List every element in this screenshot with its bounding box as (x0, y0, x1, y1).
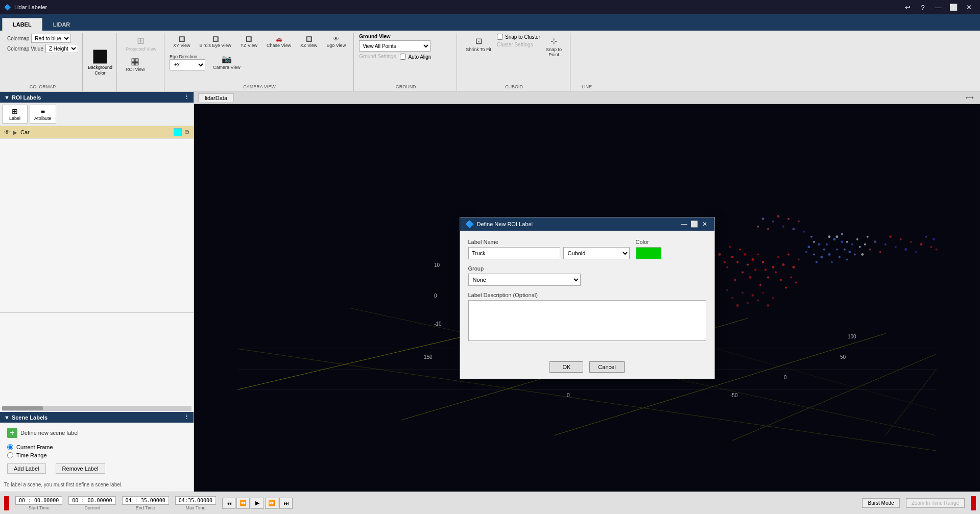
current-time-label: Current (84, 505, 100, 510)
timeline-thumb-left[interactable] (4, 496, 9, 510)
ego-view-btn[interactable]: 👁 Ego View (323, 34, 349, 51)
label-tool-btn[interactable]: ⊞ Label (2, 105, 28, 124)
view-all-select[interactable]: View All Points View Ground Only View No… (359, 40, 431, 52)
cancel-button[interactable]: Cancel (589, 361, 624, 373)
undo-button[interactable]: ↩ (900, 2, 915, 13)
tab-label[interactable]: LABEL (2, 18, 42, 31)
visibility-icon[interactable]: 👁 (4, 129, 10, 136)
projected-view-btn: ⊞ Projected View (122, 34, 160, 54)
maximize-button[interactable]: ⬜ (946, 2, 961, 13)
yz-view-btn[interactable]: 🔲 YZ View (237, 34, 261, 51)
toolbar-group-colormap: Colormap Red to blue Jet Gray Colormap V… (3, 33, 83, 91)
toolbar-group-ground: Ground View View All Points View Ground … (355, 33, 457, 91)
roi-labels-header: ▼ ROI Labels ⋮ (0, 92, 194, 103)
ground-settings-label: Ground Settings (359, 54, 396, 60)
roi-item-color-swatch[interactable] (174, 128, 182, 136)
ok-button[interactable]: OK (549, 361, 583, 373)
attribute-tool-icon: ≡ (41, 107, 45, 115)
add-label-btn[interactable]: Add Label (7, 463, 46, 474)
canvas-tab-lidar[interactable]: lidarData (198, 93, 234, 102)
xy-view-btn[interactable]: 🔲 XY View (170, 34, 194, 51)
projected-view-icon: ⊞ (137, 36, 145, 45)
transport-btn-last[interactable]: ⏭ (279, 498, 293, 509)
modal-minimize-btn[interactable]: — (680, 220, 689, 228)
ground-options-row: Ground Settings Auto Align (359, 54, 431, 60)
transport-btn-prev[interactable]: ⏪ (236, 498, 250, 509)
time-range-radio[interactable] (7, 452, 13, 458)
chase-view-btn[interactable]: 🚗 Chase View (263, 34, 295, 51)
birds-eye-icon: 🔲 (212, 36, 219, 42)
colormap-value-select[interactable]: Z Height Intensity Range (45, 44, 78, 53)
roi-view-btn[interactable]: ▦ ROI View (122, 54, 149, 75)
roi-empty-area (0, 313, 194, 405)
line-group-label: LINE (571, 84, 602, 89)
close-button[interactable]: ✕ (962, 2, 976, 13)
attribute-tool-btn[interactable]: ≡ Attribute (30, 105, 56, 124)
desc-label: Label Description (Optional) (468, 292, 706, 298)
snap-cluster-input[interactable] (497, 34, 503, 40)
modal-maximize-btn[interactable]: ⬜ (690, 220, 699, 228)
color-button[interactable] (636, 247, 661, 259)
roi-item-car[interactable]: 👁 ▶ Car ⧉ (0, 126, 194, 139)
shrink-icon: ⊡ (475, 36, 482, 46)
ego-direction-select[interactable]: +x-x+y-y (170, 59, 205, 70)
roi-header-menu[interactable]: ⋮ (184, 94, 189, 101)
current-frame-radio[interactable] (7, 444, 13, 450)
label-tool-icon: ⊞ (12, 107, 18, 115)
snap-to-point-btn[interactable]: ⊹ Snap toPoint (542, 34, 565, 60)
sidebar-info: To label a scene, you must first define … (0, 478, 194, 492)
background-color-swatch[interactable] (93, 50, 107, 64)
current-frame-label: Current Frame (16, 444, 53, 450)
colormap-select[interactable]: Red to blue Jet Gray (31, 34, 71, 43)
app-icon: 🔷 (4, 4, 11, 11)
snap-cluster-checkbox[interactable]: Snap to Cluster (497, 34, 540, 40)
label-type-select[interactable]: Cuboid Polyline Pixel Label (563, 247, 630, 259)
remove-label-btn[interactable]: Remove Label (56, 463, 105, 474)
horizontal-scrollbar[interactable] (2, 406, 192, 411)
modal-close-btn[interactable]: ✕ (700, 220, 709, 228)
help-button[interactable]: ? (916, 2, 930, 13)
info-text: To label a scene, you must first define … (4, 482, 123, 487)
label-name-field: Label Name Cuboid Polyline Pixel Label (468, 239, 630, 259)
roi-expand-icon: ▼ (4, 94, 10, 101)
max-time-label: Max Time (185, 505, 205, 510)
add-scene-label-btn[interactable]: + Define new scene label (3, 426, 190, 440)
modal-overlay: 🔷 Define New ROI Label — ⬜ ✕ (194, 104, 980, 492)
minimize-button[interactable]: — (931, 2, 945, 13)
shrink-to-fit-btn[interactable]: ⊡ Shrink To Fit (462, 34, 495, 55)
lidar-canvas[interactable]: 10 0 -10 150 50 0 -50 100 50 0 🔷 Define … (194, 104, 980, 492)
zoom-time-range-btn[interactable]: Zoom In Time Range (906, 498, 965, 508)
cluster-settings-label: Cluster Settings (497, 42, 540, 47)
burst-mode-btn[interactable]: Burst Mode (862, 498, 899, 508)
label-name-input[interactable] (468, 247, 560, 259)
auto-align-checkbox[interactable]: Auto Align (400, 54, 431, 60)
snap-point-icon: ⊹ (551, 36, 557, 46)
transport-btn-next[interactable]: ⏩ (265, 498, 278, 509)
xz-view-btn[interactable]: 🔲 XZ View (297, 34, 321, 51)
scene-header-menu[interactable]: ⋮ (184, 414, 189, 421)
chase-view-label: Chase View (267, 43, 291, 48)
camera-view-buttons: 🔲 XY View 🔲 Bird's Eye View 🔲 YZ View 🚗 … (170, 34, 349, 51)
transport-btn-play[interactable]: ▶ (251, 498, 264, 509)
main-layout: ▼ ROI Labels ⋮ ⊞ Label ≡ Attribute 👁 ▶ C… (0, 92, 980, 492)
expand-arrow-icon[interactable]: ▶ (13, 130, 17, 135)
start-time-label: Start Time (29, 505, 50, 510)
birds-eye-view-btn[interactable]: 🔲 Bird's Eye View (196, 34, 235, 51)
auto-align-input[interactable] (400, 54, 406, 60)
start-time-field: 00 : 00.00000 Start Time (15, 496, 62, 510)
roi-view-label: ROI View (126, 67, 145, 72)
camera-view-btn[interactable]: 📷 Camera View (209, 52, 244, 72)
transport-btn-first[interactable]: ⏮ (222, 498, 235, 509)
timeline-thumb-right[interactable] (971, 496, 976, 510)
xy-view-icon: 🔲 (179, 36, 185, 42)
scene-expand-icon: ▼ (4, 414, 10, 421)
copy-icon[interactable]: ⧉ (185, 129, 189, 136)
roi-view-icon: ▦ (131, 57, 139, 66)
tab-lidar[interactable]: LIDAR (42, 18, 81, 31)
ego-view-icon: 👁 (333, 36, 339, 42)
desc-textarea[interactable] (468, 300, 706, 341)
group-select[interactable]: None Vehicle Pedestrian Cyclist (468, 274, 581, 286)
birds-eye-label: Bird's Eye View (200, 43, 231, 48)
ego-view-label: Ego View (326, 43, 346, 48)
add-scene-label-text: Define new scene label (20, 430, 79, 436)
